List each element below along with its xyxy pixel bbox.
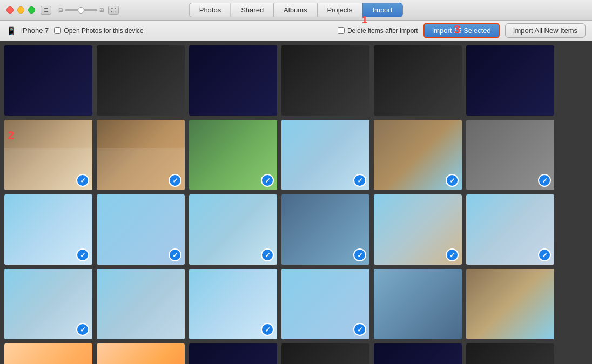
photo-cell-4-0[interactable] (4, 343, 92, 364)
check-badge: ✓ (76, 323, 89, 336)
fullscreen-button[interactable]: ⛶ (108, 6, 119, 15)
photo-cell-0-4[interactable] (374, 45, 462, 116)
zoom-slider[interactable]: ⊟ ⊞ (58, 7, 104, 13)
photo-cell-0-5[interactable] (466, 45, 554, 116)
photo-row-3: ✓✓✓ (4, 269, 588, 339)
photo-cell-2-5[interactable]: ✓ (466, 194, 554, 265)
photo-cell-1-5[interactable]: ✓ (466, 120, 554, 190)
minimize-button[interactable] (17, 6, 24, 14)
check-badge: ✓ (76, 248, 89, 261)
photo-grid: ✓✓✓✓✓✓✓✓✓✓✓✓✓✓✓ (0, 41, 592, 364)
photo-cell-4-5[interactable] (466, 343, 554, 364)
photo-cell-3-5[interactable] (466, 269, 554, 339)
window-controls: ☰ ⊟ ⊞ ⛶ (41, 6, 119, 15)
open-photos-checkbox[interactable]: Open Photos for this device (54, 27, 143, 35)
delete-items-input[interactable] (338, 27, 345, 34)
photo-cell-1-2[interactable]: ✓ (189, 120, 277, 190)
tab-albums[interactable]: Albums (273, 3, 317, 17)
check-badge: ✓ (353, 174, 366, 187)
import-all-button[interactable]: Import All New Items (505, 23, 586, 38)
check-badge: ✓ (261, 323, 274, 336)
import-selected-button[interactable]: Import 15 Selected (423, 23, 500, 38)
tab-photos[interactable]: Photos (189, 3, 231, 17)
photo-cell-1-4[interactable]: ✓ (374, 120, 462, 190)
check-badge: ✓ (261, 174, 274, 187)
photo-cell-4-3[interactable] (281, 343, 369, 364)
photo-cell-2-4[interactable]: ✓ (374, 194, 462, 265)
title-bar: ☰ ⊟ ⊞ ⛶ Photos Shared Albums Projects Im… (0, 0, 592, 21)
photo-row-1: ✓✓✓✓✓✓ (4, 120, 588, 190)
photo-cell-3-0[interactable]: ✓ (4, 269, 92, 339)
photo-cell-4-4[interactable] (374, 343, 462, 364)
check-badge: ✓ (169, 248, 181, 261)
delete-items-label: Delete items after import (347, 27, 418, 35)
photo-cell-0-3[interactable] (281, 45, 369, 116)
photo-cell-0-0[interactable] (4, 45, 92, 116)
check-badge: ✓ (169, 174, 181, 187)
photo-cell-0-1[interactable] (97, 45, 185, 116)
tab-import[interactable]: Import (362, 3, 402, 17)
photo-cell-3-4[interactable] (374, 269, 462, 339)
open-photos-input[interactable] (54, 27, 61, 34)
annotation-1: 1 (362, 15, 367, 26)
photo-cell-4-2[interactable] (189, 343, 277, 364)
photo-cell-3-1[interactable] (97, 269, 185, 339)
toolbar: 📱 iPhone 7 Open Photos for this device D… (0, 21, 592, 41)
check-badge: ✓ (446, 248, 459, 261)
check-badge: ✓ (353, 248, 366, 261)
sidebar-toggle-button[interactable]: ☰ (41, 6, 51, 15)
device-label: iPhone 7 (21, 26, 49, 35)
photo-cell-2-3[interactable]: ✓ (281, 194, 369, 265)
check-badge: ✓ (261, 248, 274, 261)
check-badge: ✓ (538, 248, 551, 261)
photo-cell-2-2[interactable]: ✓ (189, 194, 277, 265)
tab-shared[interactable]: Shared (231, 3, 274, 17)
check-badge: ✓ (446, 174, 459, 187)
delete-items-checkbox[interactable]: Delete items after import (338, 27, 418, 35)
photo-row-4 (4, 343, 588, 364)
photo-cell-1-1[interactable]: ✓ (97, 120, 185, 190)
photo-cell-3-3[interactable]: ✓ (281, 269, 369, 339)
photo-cell-1-0[interactable]: ✓ (4, 120, 92, 190)
annotation-3: 3 (454, 23, 460, 37)
check-badge: ✓ (76, 174, 89, 187)
photo-cell-2-1[interactable]: ✓ (97, 194, 185, 265)
photo-cell-2-0[interactable]: ✓ (4, 194, 92, 265)
tab-projects[interactable]: Projects (317, 3, 362, 17)
nav-tabs: Photos Shared Albums Projects Import (190, 3, 403, 17)
traffic-lights (0, 6, 35, 14)
maximize-button[interactable] (28, 6, 35, 14)
iphone-icon: 📱 (6, 26, 16, 35)
check-badge: ✓ (353, 323, 366, 336)
photo-cell-4-1[interactable] (97, 343, 185, 364)
photo-cell-1-3[interactable]: ✓ (281, 120, 369, 190)
open-photos-label: Open Photos for this device (64, 27, 143, 35)
photo-row-0 (4, 45, 588, 116)
check-badge: ✓ (538, 174, 551, 187)
annotation-2: 2 (8, 129, 14, 143)
photo-cell-0-2[interactable] (189, 45, 277, 116)
photo-row-2: ✓✓✓✓✓✓ (4, 194, 588, 265)
photo-cell-3-2[interactable]: ✓ (189, 269, 277, 339)
close-button[interactable] (6, 6, 14, 14)
